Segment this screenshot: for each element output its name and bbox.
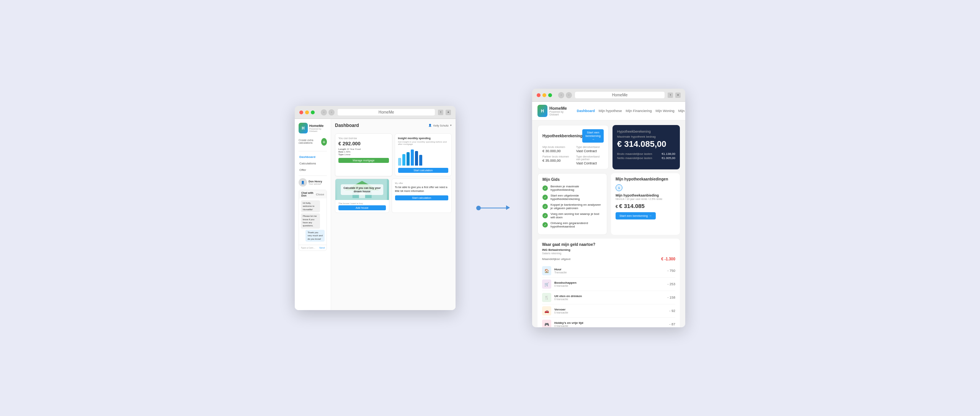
logo-text-small: HomeMe Powered by Globant xyxy=(309,124,327,133)
geld-item-icon-vervoer: 🚗 xyxy=(542,306,551,315)
bottom-cards-row: Calculate if you can buy your dream hous… xyxy=(335,179,452,213)
sidebar-divider xyxy=(299,151,327,151)
borrow-card-title: You can borrow xyxy=(338,137,389,140)
nav-item-hypothese[interactable]: Mijn hypothese xyxy=(599,109,622,113)
aanb-start-btn[interactable]: Start een berekening → xyxy=(616,212,656,219)
gids-check-4: ✓ xyxy=(542,213,548,218)
tl-green-large[interactable] xyxy=(548,93,552,97)
tl-yellow-large[interactable] xyxy=(542,93,546,97)
forward-btn-large[interactable]: › xyxy=(566,92,572,98)
plus-tab-btn-large[interactable]: + xyxy=(675,93,681,98)
geld-item-sub-eten: 0 transactie xyxy=(554,298,582,301)
tl-yellow[interactable] xyxy=(305,110,309,114)
browser-actions-large: ↑ + xyxy=(668,93,681,98)
tl-green[interactable] xyxy=(311,110,315,114)
back-btn[interactable]: ‹ xyxy=(321,109,327,115)
hyp-dark-detail-1: Bruto maandelijkse lasten €1.138,00 xyxy=(617,152,675,156)
bar-5 xyxy=(415,151,418,166)
aanb-item-sub: Nhm14 / 10 jaar vast rente / 2.5% rente xyxy=(616,198,675,200)
chat-input-placeholder[interactable]: Type a Com... xyxy=(301,247,318,249)
plus-tab-btn[interactable]: + xyxy=(446,110,451,115)
aanb-amount: € € 314.085 xyxy=(616,203,675,209)
chat-messages: Hi Kelly, welcome to HomeMe! Please let … xyxy=(299,198,327,245)
bar-6 xyxy=(419,155,422,166)
chat-msg-2: Please let me know if you have any quest… xyxy=(301,213,320,229)
back-btn-large[interactable]: ‹ xyxy=(558,92,564,98)
geld-item-info-huur: Huur Transactie xyxy=(554,268,567,274)
chat-close-btn[interactable]: Close xyxy=(316,193,324,196)
create-calc-btn[interactable]: + xyxy=(321,138,327,146)
tl-red[interactable] xyxy=(299,110,303,114)
borrow-card-amount: € 292.000 xyxy=(338,141,389,146)
chat-msg-1: Hi Kelly, welcome to HomeMe! xyxy=(301,200,320,212)
geld-item-name-huur: Huur xyxy=(554,268,567,271)
tl-red-large[interactable] xyxy=(537,93,541,97)
spending-chart xyxy=(398,148,449,166)
start-calc-offer-btn[interactable]: Start calculation xyxy=(395,195,449,200)
geld-item-name-hobby: Hobby's en vrije tijd xyxy=(554,321,583,325)
address-bar-small[interactable]: HomeMe xyxy=(338,109,435,115)
geld-item-huur: 🏠 Huur Transactie - 750 xyxy=(542,264,675,278)
geld-item-amount-huur: - 750 xyxy=(667,269,675,273)
geld-item-amount-hobby: - 87 xyxy=(669,322,675,326)
calculate-overlay: Calculate if you can buy your dream hous… xyxy=(341,184,384,195)
hyp-field-partner-inkomen: Type dienstverband Vast Contract xyxy=(576,146,604,153)
sidebar-item-offer[interactable]: Offer xyxy=(299,167,327,173)
browser-chrome-small: ‹ › HomeMe ↑ + xyxy=(295,106,456,119)
geld-item-icon-bood: 🛒 xyxy=(542,280,551,289)
offer-card: My offer To be able to give you a first … xyxy=(392,179,452,213)
geld-item-amount-vervoer: - 92 xyxy=(669,309,675,313)
hyp-row: Hypotheekberekening Start een berekening… xyxy=(537,125,680,169)
gids-text-1: Bereken je maximale hypotheekbedrag xyxy=(550,185,602,192)
gids-item-3: ✓ Koppel je bankrekening en analyseer je… xyxy=(542,203,602,210)
geld-item-info-bood: Boodschappen 0 transactie xyxy=(554,281,577,287)
hyp-field-inkomen: Mijn bruto inkomen € 30.000,00 xyxy=(542,146,570,153)
chat-send-btn[interactable]: Send xyxy=(319,247,325,249)
hyp-field-partner: Partner bruto inkomen € 35.000,00 xyxy=(542,155,570,165)
large-logo-text-wrap: HomeMe Powered by Globant xyxy=(549,106,569,116)
address-bar-large[interactable]: HomeMe xyxy=(575,92,665,98)
geld-item-vervoer: 🚗 Vervoer 0 transactie - 92 xyxy=(542,304,675,318)
gids-item-4: ✓ Voeg een woning toe waarop je bod wilt… xyxy=(542,212,602,219)
start-calc-spending-btn[interactable]: Start calculation xyxy=(398,168,449,173)
gids-check-2: ✓ xyxy=(542,195,548,200)
geld-item-icon-hobby: 🎮 xyxy=(542,320,551,327)
create-calc-section: Create extra calculations + xyxy=(299,138,327,146)
geld-total-row: Maandelijkse uitgave € -1.300 xyxy=(542,257,675,261)
borrow-detail-length: Length 10 Year Fixed xyxy=(338,148,389,150)
hyp-start-btn-left[interactable]: Start een berekening → xyxy=(582,129,604,143)
nav-item-dashboard[interactable]: Dashboard xyxy=(577,109,595,113)
geld-item-sub-vervoer: 0 transactie xyxy=(554,311,568,314)
geld-item-amount-eten: - 158 xyxy=(667,296,675,299)
geld-item-left-huur: 🏠 Huur Transactie xyxy=(542,266,567,275)
add-house-btn[interactable]: Add house xyxy=(338,205,386,210)
user-info-small: 👤 Don Henry Your adviser xyxy=(299,178,327,187)
geld-card: Waar gaat mijn geld naartoe? ING Betaalr… xyxy=(537,239,680,327)
aanb-number: 1 xyxy=(616,184,622,191)
gids-text-2: Start een uitgebreide hypotheekberekenin… xyxy=(550,194,602,201)
aanb-amount-prefix: € xyxy=(616,204,619,209)
nav-item-financiering[interactable]: Mijn Financiering xyxy=(626,109,652,113)
share-btn[interactable]: ↑ xyxy=(438,110,443,115)
hyp-max-label: Maximale hypotheek bedrag xyxy=(617,135,675,138)
hyp-dark-title: Hypotheekberekening xyxy=(617,130,675,133)
nav-item-woning[interactable]: Mijn Woning xyxy=(655,109,674,113)
nav-item-berekeningen[interactable]: Mijn Berekeningen xyxy=(678,109,685,113)
borrow-detail-type: Type Linear xyxy=(338,153,389,156)
share-btn-large[interactable]: ↑ xyxy=(668,93,673,98)
hyp-fields-row: Mijn bruto inkomen € 30.000,00 Type dien… xyxy=(542,146,604,153)
small-browser-window: ‹ › HomeMe ↑ + H HomeMe Powered by Globa… xyxy=(295,106,456,310)
forward-btn[interactable]: › xyxy=(328,109,335,115)
geld-total-label: Maandelijkse uitgave xyxy=(542,257,571,261)
sidebar-item-calculations[interactable]: Calculations xyxy=(299,160,327,167)
hyp-field-partner-label: Partner bruto inkomen xyxy=(542,155,570,158)
user-avatar-small: 👤 xyxy=(299,178,307,187)
chat-header: Chat with Don Close xyxy=(299,190,327,198)
house-card: Calculate if you can buy your dream hous… xyxy=(335,179,389,213)
gids-check-3: ✓ xyxy=(542,204,548,209)
browser-actions-small: ↑ + xyxy=(438,110,451,115)
hyp-field-inkomen-label: Mijn bruto inkomen xyxy=(542,146,570,148)
large-browser-content: H HomeMe Powered by Globant Dashboard Mi… xyxy=(532,102,685,327)
sidebar-item-dashboard[interactable]: Dashboard xyxy=(299,154,327,160)
manage-mortgage-btn[interactable]: Manage mortgage xyxy=(338,158,389,163)
